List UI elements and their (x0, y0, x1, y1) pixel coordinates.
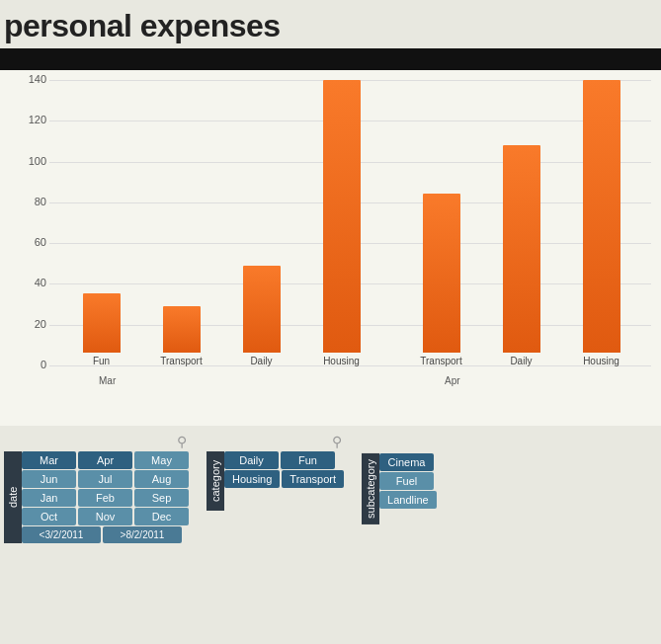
date-row-4: Oct Nov Dec (22, 508, 189, 525)
date-pill-jul[interactable]: Jul (78, 470, 132, 488)
bar-mar-transport[interactable] (163, 306, 201, 353)
bar-label-mar-housing: Housing (323, 356, 360, 366)
bar-group-mar-fun: Fun (61, 80, 141, 366)
category-filter-pills: Daily Fun Housing Transport (224, 451, 344, 511)
category-pill-housing[interactable]: Housing (224, 470, 280, 488)
date-pill-after[interactable]: >8/2/2011 (103, 526, 182, 543)
bar-label-apr-housing: Housing (583, 356, 620, 366)
date-pill-jun[interactable]: Jun (22, 470, 76, 488)
bar-label-mar-daily: Daily (250, 356, 272, 366)
page-title-bar: personal expenses (0, 0, 661, 48)
date-pill-dec[interactable]: Dec (134, 508, 189, 525)
category-filter-label: category (207, 451, 224, 511)
category-funnel-icon: ⚲ (332, 434, 342, 449)
bar-label-apr-daily: Daily (510, 356, 532, 366)
date-pill-nov[interactable]: Nov (78, 508, 132, 525)
subcategory-row-2: Fuel (379, 472, 437, 490)
bar-apr-housing[interactable] (583, 80, 620, 353)
bar-group-mar-transport: Transport (141, 80, 221, 366)
category-filter-header: ⚲ (207, 434, 344, 449)
date-filter-with-label: date Mar Apr May Jun Jul Aug Jan Feb Sep (4, 451, 189, 543)
chart-container: 140 120 100 80 60 40 20 0 Fun Transport … (10, 80, 651, 396)
month-label-mar: Mar (99, 375, 116, 386)
subcategory-filter-label: subcategory (362, 453, 379, 524)
date-row-1: Mar Apr May (22, 451, 189, 469)
subcategory-filter-pills: Cinema Fuel Landline (379, 453, 437, 524)
subcategory-pill-fuel[interactable]: Fuel (379, 472, 434, 490)
subcategory-row-1: Cinema (379, 453, 437, 471)
subcategory-pill-cinema[interactable]: Cinema (379, 453, 434, 471)
category-filter-section: ⚲ category Daily Fun Housing Transport (207, 434, 344, 511)
bar-group-mar-housing: Housing (301, 80, 381, 366)
date-row-3: Jan Feb Sep (22, 489, 189, 507)
date-pill-oct[interactable]: Oct (22, 508, 76, 525)
date-pill-before[interactable]: <3/2/2011 (22, 526, 101, 543)
category-row-2: Housing Transport (224, 470, 344, 488)
bar-group-apr-housing: Housing (561, 80, 641, 366)
bar-label-apr-transport: Transport (420, 356, 461, 366)
category-pill-daily[interactable]: Daily (224, 451, 279, 469)
category-row-1: Daily Fun (224, 451, 344, 469)
bar-label-mar-transport: Transport (160, 356, 202, 366)
date-pill-feb[interactable]: Feb (78, 489, 132, 507)
date-pill-may[interactable]: May (134, 451, 189, 469)
date-pill-apr[interactable]: Apr (78, 451, 132, 469)
filters-area: ⚲ date Mar Apr May Jun Jul Aug Jan Feb S… (0, 426, 661, 551)
date-pill-aug[interactable]: Aug (134, 470, 189, 488)
date-funnel-icon: ⚲ (177, 434, 187, 449)
subcategory-filter-section: subcategory Cinema Fuel Landline (362, 434, 437, 524)
subcategory-filter-with-label: subcategory Cinema Fuel Landline (362, 453, 437, 524)
date-filter-pills: Mar Apr May Jun Jul Aug Jan Feb Sep Oct … (22, 451, 189, 543)
category-pill-transport[interactable]: Transport (282, 470, 344, 488)
subcategory-pill-landline[interactable]: Landline (379, 491, 437, 509)
bar-group-apr-transport: Transport (401, 80, 481, 366)
bar-group-mar-daily: Daily (221, 80, 301, 366)
bar-mar-housing[interactable] (323, 80, 361, 353)
bar-mar-daily[interactable] (243, 266, 281, 353)
subcategory-filter-header (362, 434, 437, 451)
category-pill-fun[interactable]: Fun (281, 451, 335, 469)
bar-mar-fun[interactable] (83, 293, 121, 353)
date-pill-mar[interactable]: Mar (22, 451, 76, 469)
date-filter-section: ⚲ date Mar Apr May Jun Jul Aug Jan Feb S… (4, 434, 189, 543)
bar-apr-transport[interactable] (423, 194, 460, 353)
bars-wrapper: Fun Transport Daily Housing Transport (51, 80, 651, 366)
bar-label-mar-fun: Fun (93, 356, 110, 366)
date-row-2: Jun Jul Aug (22, 470, 189, 488)
date-pill-sep[interactable]: Sep (134, 489, 189, 507)
subcategory-row-3: Landline (379, 491, 437, 509)
page-title: personal expenses (4, 8, 657, 44)
chart-area: 140 120 100 80 60 40 20 0 Fun Transport … (0, 70, 661, 426)
date-pill-jan[interactable]: Jan (22, 489, 76, 507)
date-filter-label: date (4, 451, 22, 543)
category-filter-with-label: category Daily Fun Housing Transport (207, 451, 344, 511)
black-bar (0, 48, 661, 70)
date-row-5: <3/2/2011 >8/2/2011 (22, 526, 189, 543)
bar-apr-daily[interactable] (503, 145, 540, 353)
bar-group-apr-daily: Daily (481, 80, 561, 366)
date-filter-header: ⚲ (4, 434, 189, 449)
month-label-apr: Apr (445, 375, 460, 386)
